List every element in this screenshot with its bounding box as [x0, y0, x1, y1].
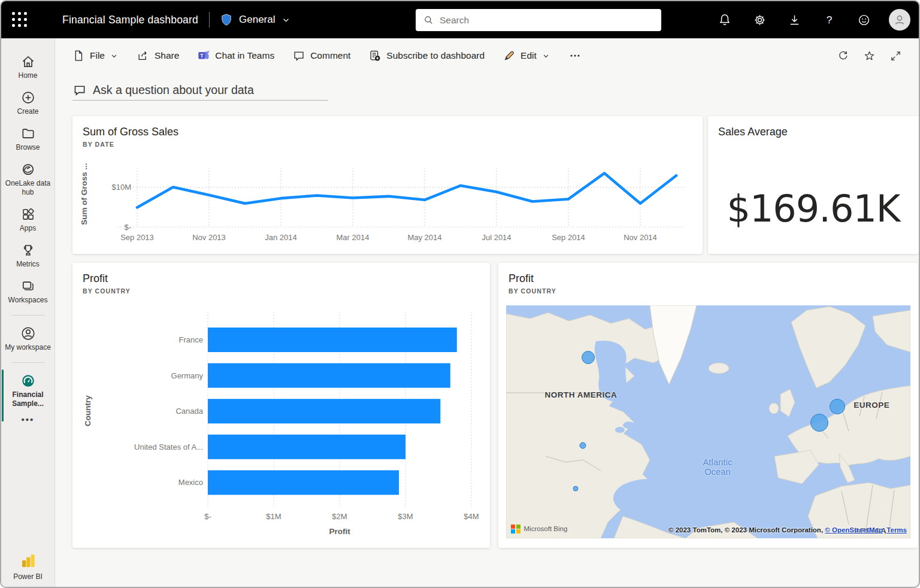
- notifications-button[interactable]: [712, 7, 738, 33]
- profit-bubble-canada[interactable]: [582, 351, 595, 364]
- sidebar-more-options-button[interactable]: •••: [22, 413, 35, 425]
- svg-text:France: France: [179, 335, 203, 344]
- feedback-button[interactable]: [851, 7, 877, 33]
- sidebar-divider: [11, 315, 45, 316]
- chevron-down-icon: [281, 15, 291, 25]
- sidebar-item-home[interactable]: Home: [2, 49, 54, 85]
- settings-gear-icon: [753, 13, 767, 27]
- shield-icon: [219, 13, 234, 27]
- sidebar-item-metrics[interactable]: Metrics: [2, 238, 54, 274]
- favorite-star-icon: [863, 50, 876, 62]
- profit-bubble-mexico[interactable]: [573, 486, 579, 492]
- map-label-europe: EUROPE: [854, 401, 889, 410]
- toolbar-file-button[interactable]: File: [72, 49, 119, 62]
- toolbar-button-label: File: [90, 50, 105, 61]
- tile-profit-map[interactable]: Profit BY COUNTRY: [498, 263, 918, 548]
- account-avatar[interactable]: [889, 9, 910, 31]
- comment-icon: [292, 49, 305, 62]
- download-button[interactable]: [781, 7, 807, 33]
- map-label-atlantic: Atlantic Ocean: [703, 457, 732, 477]
- toolbar-actions: FileShareChat in TeamsCommentSubscribe t…: [72, 49, 600, 62]
- profit-bar-germany[interactable]: [208, 363, 450, 388]
- subscribe-icon: [368, 49, 382, 62]
- terms-link[interactable]: Terms: [886, 526, 907, 534]
- toolbar-subscribe-to-dashboard-button[interactable]: Subscribe to dashboard: [368, 49, 485, 62]
- sidebar-item-onelake-data-hub[interactable]: OneLake data hub: [2, 157, 54, 202]
- svg-text:Germany: Germany: [171, 371, 204, 380]
- favorite-star-button[interactable]: [859, 46, 879, 66]
- top-navigation-bar: Financial Sample dashboard General Searc…: [1, 1, 919, 38]
- attribution-text: © 2023 TomTom, © 2023 Microsoft Corporat…: [668, 526, 825, 534]
- download-icon: [788, 13, 801, 27]
- toolbar-edit-button[interactable]: Edit: [503, 49, 550, 62]
- file-icon: [72, 49, 85, 62]
- sidebar-item-browse[interactable]: Browse: [2, 121, 54, 157]
- gross-sales-series-line[interactable]: [137, 173, 676, 207]
- sidebar-item-label: Metrics: [16, 260, 40, 269]
- svg-text:$-: $-: [124, 223, 131, 232]
- refresh-button[interactable]: [833, 46, 853, 66]
- sidebar-item-financial-sample[interactable]: Financial Sample...: [2, 368, 54, 413]
- svg-text:May 2014: May 2014: [407, 233, 441, 242]
- app-window: Financial Sample dashboard General Searc…: [0, 0, 920, 588]
- toolbar-chat-in-teams-button[interactable]: Chat in Teams: [197, 49, 274, 62]
- tile-sales-average-card[interactable]: Sales Average $169.61K: [708, 116, 919, 254]
- chevron-down-icon: [541, 51, 550, 60]
- svg-text:Sep 2013: Sep 2013: [120, 233, 154, 242]
- tile-profit-bar-chart[interactable]: Profit BY COUNTRY FranceGermanyCanadaUni…: [72, 263, 490, 548]
- browse-icon: [20, 126, 36, 141]
- svg-text:Sum of Gross ...: Sum of Gross ...: [80, 163, 89, 225]
- workspaces-icon: [20, 278, 36, 294]
- apps-icon: [20, 207, 36, 222]
- search-icon: [423, 14, 434, 26]
- svg-text:$-: $-: [204, 512, 211, 521]
- help-icon: [822, 13, 836, 27]
- sidebar-item-label: Financial Sample...: [4, 390, 53, 408]
- svg-text:Country: Country: [83, 395, 92, 426]
- sidebar-item-label: Create: [17, 107, 38, 116]
- svg-text:Profit: Profit: [329, 527, 350, 536]
- tile-gross-sales-line-chart[interactable]: Sum of Gross Sales BY DATE $-$10MSep 201…: [72, 116, 703, 254]
- tile-title: Sales Average: [718, 126, 788, 138]
- microsoft-logo-icon: [511, 525, 520, 534]
- profit-bar-france[interactable]: [208, 328, 457, 352]
- settings-button[interactable]: [746, 7, 773, 33]
- toolbar-comment-button[interactable]: Comment: [292, 49, 350, 62]
- sidebar-item-label: Browse: [16, 143, 40, 152]
- title-divider: [209, 12, 210, 28]
- sidebar-item-my-workspace[interactable]: My workspace: [2, 321, 54, 357]
- profit-bar-canada[interactable]: [208, 399, 440, 423]
- onelake-icon: [20, 162, 36, 177]
- sensitivity-label: General: [239, 14, 275, 26]
- map-attribution: © 2023 TomTom, © 2023 Microsoft Corporat…: [668, 526, 907, 534]
- profit-bar-united-states-of-a[interactable]: [208, 435, 405, 459]
- svg-text:Nov 2013: Nov 2013: [192, 233, 226, 242]
- feedback-smiley-icon: [857, 13, 871, 27]
- profit-bubble-germany[interactable]: [830, 399, 845, 414]
- fullscreen-button[interactable]: [885, 46, 906, 66]
- dashboard-toolbar: FileShareChat in TeamsCommentSubscribe t…: [55, 38, 919, 73]
- svg-text:$2M: $2M: [332, 512, 347, 521]
- powerbi-brand: Power BI: [13, 552, 43, 581]
- profit-bar-mexico[interactable]: [208, 470, 399, 495]
- sidebar-item-create[interactable]: Create: [2, 85, 54, 121]
- topbar-actions: [712, 1, 910, 38]
- app-launcher-button[interactable]: [1, 1, 38, 38]
- svg-text:Canada: Canada: [175, 407, 203, 416]
- sidebar-divider: [11, 362, 45, 363]
- bing-map[interactable]: NORTH AMERICAEUROPEAtlantic OceanAFRICA …: [506, 305, 910, 538]
- profit-bubble-united-states-of-america[interactable]: [580, 442, 586, 449]
- sensitivity-label-dropdown[interactable]: General: [219, 13, 290, 27]
- toolbar-share-button[interactable]: Share: [137, 49, 179, 62]
- sidebar-item-apps[interactable]: Apps: [2, 202, 54, 238]
- qa-question-input[interactable]: Ask a question about your data: [72, 80, 328, 101]
- profit-bubble-france[interactable]: [810, 414, 828, 432]
- home-icon: [20, 54, 36, 69]
- openstreetmap-link[interactable]: © OpenStreetMap: [825, 526, 883, 534]
- search-input[interactable]: Search: [416, 9, 661, 31]
- toolbar-more-options-button[interactable]: [568, 49, 582, 62]
- tile-subtitle: BY COUNTRY: [509, 287, 556, 295]
- sidebar-item-workspaces[interactable]: Workspaces: [2, 274, 54, 310]
- help-button[interactable]: [816, 7, 842, 33]
- search-placeholder: Search: [440, 15, 469, 26]
